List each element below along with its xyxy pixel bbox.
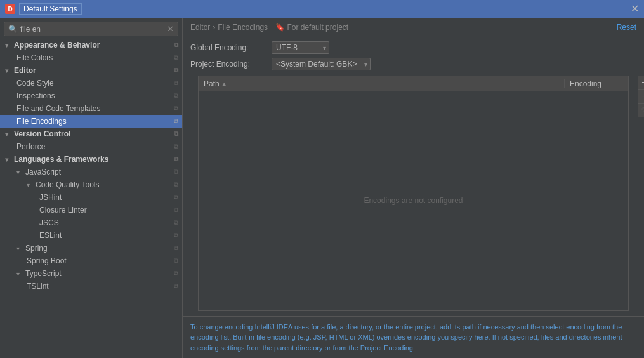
copy-icon: ⧉ <box>174 168 178 176</box>
remove-encoding-button[interactable]: − <box>638 90 644 103</box>
chevron-down-icon: ▾ <box>16 169 23 176</box>
chevron-down-icon: ▾ <box>27 182 33 189</box>
sidebar-item-inspections[interactable]: Inspections ⧉ <box>0 90 182 102</box>
global-encoding-select[interactable]: UTF-8 ISO-8859-1 UTF-16 US-ASCII <box>272 41 329 54</box>
sidebar-item-eslint[interactable]: ESLint ⧉ <box>0 229 182 242</box>
project-encoding-select-wrapper: <System Default: GBK> UTF-8 ISO-8859-1 <box>272 58 371 70</box>
sidebar-item-tslint[interactable]: TSLint ⧉ <box>0 280 182 293</box>
sidebar-item-code-quality-tools[interactable]: ▾ Code Quality Tools ⧉ <box>0 178 182 191</box>
copy-icon: ⧉ <box>174 143 178 150</box>
breadcrumb-note: 🔖 For default project <box>275 23 348 32</box>
copy-icon: ⧉ <box>174 130 178 138</box>
app-icon: D <box>5 4 15 14</box>
window-title: Default Settings <box>19 3 82 15</box>
copy-icon: ⧉ <box>174 270 178 277</box>
copy-icon: ⧉ <box>174 206 178 214</box>
table-empty-message: Encodings are not configured <box>199 91 628 310</box>
sidebar-item-jscs[interactable]: JSCS ⧉ <box>0 216 182 229</box>
copy-icon: ⧉ <box>174 156 178 163</box>
settings-window: D Default Settings ✕ 🔍 ✕ ▾ Appearance & … <box>0 0 644 358</box>
sidebar-item-appearance-behavior[interactable]: ▾ Appearance & Behavior ⧉ <box>0 39 182 51</box>
close-button[interactable]: ✕ <box>631 4 639 14</box>
sort-asc-icon: ▲ <box>221 81 227 87</box>
table-header: Path ▲ Encoding <box>199 76 628 91</box>
edit-encoding-button[interactable]: ✎ <box>638 103 644 117</box>
main-header: Editor › File Encodings 🔖 For default pr… <box>183 18 644 36</box>
copy-icon: ⧉ <box>174 194 178 201</box>
copy-icon: ⧉ <box>174 67 178 74</box>
content-area: 🔍 ✕ ▾ Appearance & Behavior ⧉ File Color… <box>0 18 644 358</box>
copy-icon: ⧉ <box>174 41 178 49</box>
copy-icon: ⧉ <box>174 79 178 87</box>
chevron-down-icon: ▾ <box>5 131 11 138</box>
sidebar-item-jshint[interactable]: JSHint ⧉ <box>0 191 182 204</box>
sidebar-item-spring[interactable]: ▾ Spring ⧉ <box>0 242 182 255</box>
chevron-down-icon: ▾ <box>5 156 11 163</box>
column-encoding: Encoding <box>565 79 628 88</box>
project-encoding-select[interactable]: <System Default: GBK> UTF-8 ISO-8859-1 <box>272 58 371 70</box>
copy-icon: ⧉ <box>174 219 178 227</box>
copy-icon: ⧉ <box>174 244 178 252</box>
sidebar-item-javascript[interactable]: ▾ JavaScript ⧉ <box>0 166 182 178</box>
encoding-form: Global Encoding: UTF-8 ISO-8859-1 UTF-16… <box>183 36 644 76</box>
encoding-table: Path ▲ Encoding Encodings are not config… <box>198 76 629 311</box>
global-encoding-select-wrapper: UTF-8 ISO-8859-1 UTF-16 US-ASCII <box>272 41 329 54</box>
copy-icon: ⧉ <box>174 117 178 125</box>
sidebar-tree: ▾ Appearance & Behavior ⧉ File Colors ⧉ … <box>0 39 182 358</box>
sidebar-item-code-style[interactable]: Code Style ⧉ <box>0 77 182 90</box>
chevron-down-icon: ▾ <box>16 245 23 252</box>
footer-help-text: To change encoding IntelliJ IDEA uses fo… <box>183 316 644 359</box>
add-encoding-button[interactable]: + <box>638 76 644 90</box>
global-encoding-row: Global Encoding: UTF-8 ISO-8859-1 UTF-16… <box>190 41 636 54</box>
main-panel: Editor › File Encodings 🔖 For default pr… <box>183 18 644 358</box>
project-encoding-row: Project Encoding: <System Default: GBK> … <box>190 58 636 70</box>
sidebar-item-file-encodings[interactable]: File Encodings ⧉ <box>0 115 182 128</box>
sidebar-item-file-code-templates[interactable]: File and Code Templates ⧉ <box>0 102 182 115</box>
copy-icon: ⧉ <box>174 92 178 100</box>
copy-icon: ⧉ <box>174 54 178 62</box>
search-clear-icon[interactable]: ✕ <box>167 24 174 34</box>
sidebar-item-typescript[interactable]: ▾ TypeScript ⧉ <box>0 267 182 280</box>
sidebar-item-languages-frameworks[interactable]: ▾ Languages & Frameworks ⧉ <box>0 153 182 166</box>
sidebar-item-perforce[interactable]: Perforce ⧉ <box>0 140 182 153</box>
breadcrumb-current: File Encodings <box>218 23 268 32</box>
reset-button[interactable]: Reset <box>617 23 636 32</box>
breadcrumb-editor: Editor <box>190 23 210 32</box>
sidebar-item-editor[interactable]: ▾ Editor ⧉ <box>0 64 182 77</box>
search-input[interactable] <box>20 25 164 34</box>
sidebar-item-spring-boot[interactable]: Spring Boot ⧉ <box>0 255 182 267</box>
search-box: 🔍 ✕ <box>4 22 178 36</box>
chevron-down-icon: ▾ <box>5 42 11 49</box>
sidebar-item-closure-linter[interactable]: Closure Linter ⧉ <box>0 204 182 216</box>
breadcrumb-sep: › <box>213 23 215 32</box>
chevron-down-icon: ▾ <box>16 270 23 277</box>
search-icon: 🔍 <box>8 25 18 34</box>
copy-icon: ⧉ <box>174 105 178 112</box>
title-bar: D Default Settings ✕ <box>0 0 644 18</box>
copy-icon: ⧉ <box>174 181 178 189</box>
sidebar-item-version-control[interactable]: ▾ Version Control ⧉ <box>0 128 182 140</box>
copy-icon: ⧉ <box>174 257 178 265</box>
sidebar: 🔍 ✕ ▾ Appearance & Behavior ⧉ File Color… <box>0 18 183 358</box>
breadcrumb: Editor › File Encodings 🔖 For default pr… <box>190 23 348 32</box>
sidebar-item-file-colors[interactable]: File Colors ⧉ <box>0 51 182 64</box>
copy-icon: ⧉ <box>174 232 178 239</box>
copy-icon: ⧉ <box>174 282 178 290</box>
project-encoding-label: Project Encoding: <box>190 60 266 69</box>
column-path: Path ▲ <box>199 79 565 88</box>
global-encoding-label: Global Encoding: <box>190 43 266 52</box>
chevron-down-icon: ▾ <box>5 67 11 74</box>
